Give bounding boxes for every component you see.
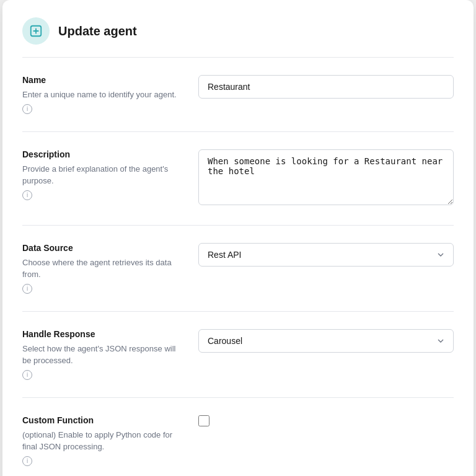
name-section: Name Enter a unique name to identify you… xyxy=(2,58,474,131)
name-label: Name xyxy=(22,75,183,85)
description-input[interactable]: When someone is looking for a Restaurant… xyxy=(198,149,454,205)
handle-response-label-area: Handle Response Select how the agent's J… xyxy=(22,329,183,380)
custom-function-checkbox[interactable] xyxy=(198,415,209,426)
name-description: Enter a unique name to identify your age… xyxy=(22,89,183,114)
custom-function-info-icon[interactable]: i xyxy=(22,456,32,466)
custom-function-control xyxy=(198,415,454,426)
handle-response-description: Select how the agent's JSON response wil… xyxy=(22,343,183,380)
handle-response-section: Handle Response Select how the agent's J… xyxy=(2,312,474,397)
data-source-label: Data Source xyxy=(22,243,183,253)
name-control xyxy=(198,75,454,99)
data-source-description: Choose where the agent retrieves its dat… xyxy=(22,257,183,294)
data-source-label-area: Data Source Choose where the agent retri… xyxy=(22,243,183,294)
update-agent-modal: Update agent Name Enter a unique name to… xyxy=(2,0,474,476)
modal-title: Update agent xyxy=(58,24,137,38)
description-label: Description xyxy=(22,149,183,159)
data-source-section: Data Source Choose where the agent retri… xyxy=(2,226,474,311)
handle-response-select[interactable]: Carousel List Text Card xyxy=(198,329,454,353)
modal-header: Update agent xyxy=(2,0,474,57)
custom-function-label: Custom Function xyxy=(22,415,183,425)
name-info-icon[interactable]: i xyxy=(22,104,32,114)
data-source-control: Rest API Database GraphQL Static xyxy=(198,243,454,267)
description-label-area: Description Provide a brief explanation … xyxy=(22,149,183,200)
custom-function-section: Custom Function (optional) Enable to app… xyxy=(2,398,474,477)
handle-response-control: Carousel List Text Card xyxy=(198,329,454,353)
description-info-icon[interactable]: i xyxy=(22,190,32,200)
data-source-select[interactable]: Rest API Database GraphQL Static xyxy=(198,243,454,267)
modal-header-icon xyxy=(22,17,50,45)
handle-response-label: Handle Response xyxy=(22,329,183,339)
description-section: Description Provide a brief explanation … xyxy=(2,132,474,225)
description-control: When someone is looking for a Restaurant… xyxy=(198,149,454,208)
handle-response-info-icon[interactable]: i xyxy=(22,370,32,380)
data-source-info-icon[interactable]: i xyxy=(22,284,32,294)
name-label-area: Name Enter a unique name to identify you… xyxy=(22,75,183,114)
custom-function-description: (optional) Enable to apply Python code f… xyxy=(22,429,183,466)
name-input[interactable] xyxy=(198,75,454,99)
description-description: Provide a brief explanation of the agent… xyxy=(22,163,183,200)
custom-function-label-area: Custom Function (optional) Enable to app… xyxy=(22,415,183,466)
